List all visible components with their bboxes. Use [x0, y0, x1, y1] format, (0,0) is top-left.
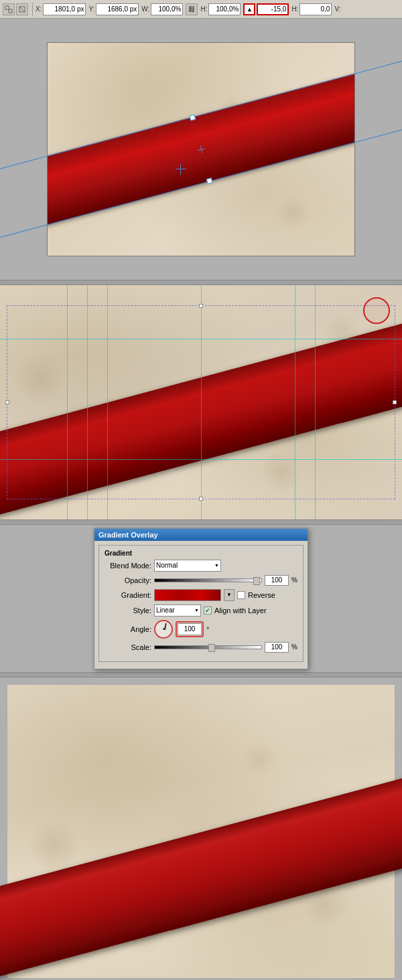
dialog-group-gradient: Gradient Blend Mode: Normal ▼ Opacity:: [98, 545, 304, 662]
align-layer-checkbox[interactable]: ✓: [204, 606, 212, 615]
h-label: H:: [200, 5, 207, 13]
style-value: Linear: [156, 606, 175, 614]
angle-row: Angle: °: [105, 620, 297, 639]
sel-handle-left[interactable]: [5, 400, 9, 404]
selection-marquee: [7, 305, 395, 499]
scale-slider-thumb[interactable]: [208, 644, 215, 652]
y-field-group: Y:: [88, 3, 139, 15]
gradient-dropdown-btn[interactable]: ▼: [224, 589, 234, 601]
opacity-slider[interactable]: [154, 578, 262, 582]
section-canvas-4: [0, 677, 402, 980]
blend-mode-select[interactable]: Normal ▼: [154, 560, 221, 572]
sel-handle-top[interactable]: [199, 304, 203, 308]
y-input[interactable]: [96, 3, 139, 15]
v-label: V:: [334, 5, 340, 13]
section-canvas-2[interactable]: [0, 285, 402, 519]
opacity-input[interactable]: [265, 575, 289, 586]
reverse-checkbox[interactable]: [237, 591, 245, 599]
v-field-group: V:: [334, 5, 340, 13]
w-field-group: W:: [141, 3, 183, 15]
document-canvas[interactable]: [47, 42, 355, 256]
blend-mode-row: Blend Mode: Normal ▼: [105, 560, 297, 572]
scale-row: Scale: %: [105, 642, 297, 653]
angle-dial-container: [154, 620, 173, 639]
scale-label: Scale:: [105, 643, 151, 651]
skew-h-input[interactable]: [299, 3, 332, 15]
scale-pct: %: [291, 643, 297, 651]
gradient-label: Gradient:: [105, 591, 151, 599]
dialog-section: Gradient Overlay Gradient Blend Mode: No…: [0, 525, 402, 672]
blend-mode-arrow-icon: ▼: [214, 563, 219, 568]
w-input[interactable]: [151, 3, 183, 15]
h-field-group: H:: [200, 3, 241, 15]
gradient-preview[interactable]: [154, 589, 221, 601]
w-label: W:: [141, 5, 149, 13]
y-label: Y:: [88, 5, 94, 13]
canvas-paper-4: [7, 684, 395, 979]
angle-dial-needle: [164, 623, 167, 629]
red-band-section4: [0, 761, 402, 980]
blend-mode-value: Normal: [156, 562, 178, 569]
section-canvas-1: [0, 19, 402, 280]
h-input[interactable]: [208, 3, 241, 15]
toolbar-icon-group: [3, 3, 33, 16]
angle-unit: °: [206, 625, 209, 633]
angle-input[interactable]: [178, 623, 202, 635]
opacity-slider-thumb[interactable]: [253, 577, 260, 585]
reverse-label: Reverse: [248, 591, 275, 599]
opacity-label: Opacity:: [105, 576, 151, 584]
gradient-row: Gradient: ▼ Reverse: [105, 589, 297, 601]
circle-annotation: [363, 297, 390, 324]
gradient-overlay-dialog: Gradient Overlay Gradient Blend Mode: No…: [94, 528, 308, 669]
angle-input[interactable]: [257, 3, 289, 15]
toolbar-icon-2[interactable]: [16, 3, 28, 15]
toolbar-transform-icon[interactable]: [3, 3, 15, 15]
style-label: Style:: [105, 606, 151, 615]
separator-1: [0, 280, 402, 285]
x-label: X:: [36, 5, 42, 13]
style-arrow-icon: ▼: [194, 608, 199, 612]
angle-field-group: ▲: [243, 3, 289, 15]
align-layer-label: Align with Layer: [214, 606, 267, 615]
style-select[interactable]: Linear ▼: [154, 604, 201, 617]
svg-line-3: [19, 7, 25, 12]
angle-icon[interactable]: ▲: [243, 3, 255, 15]
toolbar: X: Y: W: ⛓ H: ▲ H: V:: [0, 0, 402, 19]
x-input[interactable]: [43, 3, 86, 15]
x-field-group: X:: [36, 3, 86, 15]
dialog-body: Gradient Blend Mode: Normal ▼ Opacity:: [94, 541, 308, 669]
scale-slider[interactable]: [154, 645, 262, 649]
style-row: Style: Linear ▼ ✓ Align with Layer: [105, 604, 297, 617]
angle-label: Angle:: [105, 625, 151, 633]
skew-field-group: H:: [291, 3, 332, 15]
skew-h-label: H:: [291, 5, 298, 13]
dialog-title: Gradient Overlay: [98, 531, 158, 539]
opacity-pct: %: [291, 576, 297, 584]
separator-3: [0, 672, 402, 677]
blend-mode-label: Blend Mode:: [105, 562, 151, 570]
svg-rect-1: [9, 9, 12, 13]
red-band-layer: [48, 56, 354, 242]
angle-dial[interactable]: [154, 620, 173, 639]
svg-rect-0: [5, 6, 9, 9]
sel-handle-bottom[interactable]: [199, 497, 203, 501]
separator-2: [0, 519, 402, 525]
scale-input[interactable]: [265, 642, 289, 653]
link-icon[interactable]: ⛓: [186, 3, 198, 15]
sel-handle-right[interactable]: [393, 400, 397, 404]
dialog-titlebar: Gradient Overlay: [94, 529, 308, 541]
angle-input-wrapper: [176, 621, 204, 637]
opacity-row: Opacity: %: [105, 575, 297, 586]
dialog-group-label: Gradient: [105, 550, 297, 557]
